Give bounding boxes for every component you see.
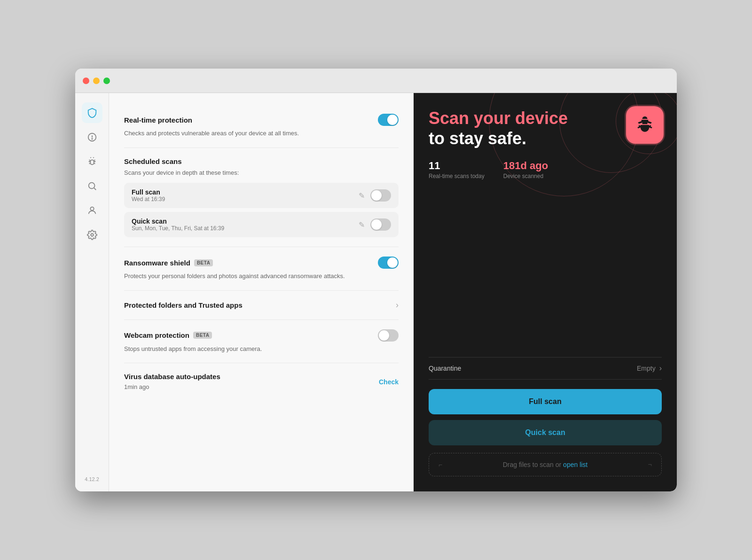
virus-db-subtitle: 1min ago (124, 382, 220, 392)
drag-scan-link[interactable]: open list (563, 461, 588, 468)
svg-point-6 (91, 233, 94, 236)
drag-scan-label: Drag files to scan or (503, 461, 563, 468)
scheduled-title: Scheduled scans (124, 157, 399, 165)
scheduled-desc: Scans your device in depth at these time… (124, 168, 399, 178)
realtime-toggle[interactable] (378, 114, 399, 126)
quarantine-status: Empty (637, 365, 656, 372)
full-scan-title: Full scan (132, 188, 165, 196)
app-body: 4.12.2 Real-time protection Checks and p… (75, 93, 677, 491)
minimize-button[interactable] (93, 78, 100, 84)
sidebar-item-bug[interactable] (82, 151, 102, 172)
scan-title: Scan your device to stay safe. (429, 108, 662, 148)
drag-corner-left: ⌐ (439, 461, 442, 468)
svg-point-3 (88, 183, 94, 189)
webcam-title-wrapper: Webcam protection BETA (124, 331, 212, 339)
stats-row: 11 Real-time scans today 181d ago Device… (429, 160, 662, 179)
scheduled-scan-list: Full scan Wed at 16:39 ✎ Q (124, 183, 399, 237)
realtime-protection-section: Real-time protection Checks and protects… (124, 104, 399, 148)
quick-scan-edit-icon[interactable]: ✎ (359, 220, 365, 229)
ransomware-badge: BETA (194, 259, 213, 266)
sidebar-item-scan[interactable] (82, 176, 102, 196)
protected-folders-section[interactable]: Protected folders and Trusted apps › (124, 291, 399, 320)
drag-corner-right: ¬ (648, 461, 652, 468)
stat-last-scan-label: Device scanned (503, 173, 548, 179)
stat-realtime: 11 Real-time scans today (429, 160, 485, 179)
virus-db-check-button[interactable]: Check (379, 378, 399, 386)
close-button[interactable] (83, 78, 89, 84)
quick-scan-title: Quick scan (132, 218, 224, 225)
quarantine-label: Quarantine (429, 365, 461, 372)
protected-folders-row[interactable]: Protected folders and Trusted apps › (124, 300, 399, 310)
quick-scan-controls: ✎ (359, 218, 391, 231)
stat-realtime-number: 11 (429, 160, 485, 172)
right-panel: Scan your device to stay safe. 11 Real-t… (414, 93, 677, 491)
drag-scan-area[interactable]: ⌐ Drag files to scan or open list ¬ (429, 453, 662, 476)
protected-folders-chevron: › (396, 300, 399, 310)
sidebar-item-person[interactable] (82, 200, 102, 221)
app-window: 4.12.2 Real-time protection Checks and p… (75, 69, 677, 491)
webcam-toggle[interactable] (378, 329, 399, 342)
realtime-title: Real-time protection (124, 116, 192, 124)
scan-title-white: to stay safe. (429, 129, 526, 148)
version-label: 4.12.2 (85, 476, 99, 482)
full-scan-time: Wed at 16:39 (132, 196, 165, 202)
maximize-button[interactable] (103, 78, 110, 84)
webcam-section: Webcam protection BETA Stops untrusted a… (124, 320, 399, 364)
sidebar-item-shield[interactable] (82, 102, 102, 123)
virus-db-title: Virus database auto-updates (124, 373, 220, 381)
titlebar (75, 69, 677, 93)
full-scan-controls: ✎ (359, 189, 391, 202)
quick-scan-item: Quick scan Sun, Mon, Tue, Thu, Fri, Sat … (124, 212, 399, 237)
sidebar-item-alert[interactable] (82, 127, 102, 148)
ransomware-section: Ransomware shield BETA Protects your per… (124, 247, 399, 291)
ransomware-desc: Protects your personal folders and photo… (124, 272, 399, 281)
svg-point-2 (92, 139, 92, 139)
quarantine-right: Empty › (637, 364, 662, 373)
full-scan-toggle[interactable] (370, 189, 391, 202)
quick-scan-button[interactable]: Quick scan (429, 420, 662, 445)
quick-scan-toggle[interactable] (370, 218, 391, 231)
quick-scan-time: Sun, Mon, Tue, Thu, Fri, Sat at 16:39 (132, 225, 224, 232)
main-content: Real-time protection Checks and protects… (109, 93, 414, 491)
svg-line-4 (94, 188, 96, 190)
sidebar-item-settings[interactable] (82, 225, 102, 245)
scan-title-highlight: Scan your device (429, 109, 568, 128)
sidebar: 4.12.2 (75, 93, 109, 491)
drag-scan-text: Drag files to scan or open list (503, 461, 588, 468)
full-scan-edit-icon[interactable]: ✎ (359, 191, 365, 200)
full-scan-item: Full scan Wed at 16:39 ✎ (124, 183, 399, 208)
ransomware-title-wrapper: Ransomware shield BETA (124, 259, 213, 267)
scheduled-scans-section: Scheduled scans Scans your device in dep… (124, 148, 399, 248)
virus-db-section: Virus database auto-updates 1min ago Che… (124, 363, 399, 404)
realtime-desc: Checks and protects vulnerable areas of … (124, 129, 399, 138)
ransomware-toggle[interactable] (378, 257, 399, 269)
svg-point-5 (90, 207, 94, 210)
stat-last-scan: 181d ago Device scanned (503, 160, 548, 179)
full-scan-button[interactable]: Full scan (429, 389, 662, 414)
quarantine-chevron-icon: › (659, 364, 662, 373)
stat-last-scan-number: 181d ago (503, 160, 548, 172)
traffic-lights (83, 78, 110, 84)
ransomware-title: Ransomware shield (124, 259, 190, 267)
quarantine-row[interactable]: Quarantine Empty › (429, 357, 662, 380)
webcam-title: Webcam protection (124, 331, 189, 339)
webcam-badge: BETA (193, 332, 212, 339)
stat-realtime-label: Real-time scans today (429, 173, 485, 179)
webcam-desc: Stops untrusted apps from accessing your… (124, 344, 399, 354)
protected-folders-title: Protected folders and Trusted apps (124, 301, 243, 309)
